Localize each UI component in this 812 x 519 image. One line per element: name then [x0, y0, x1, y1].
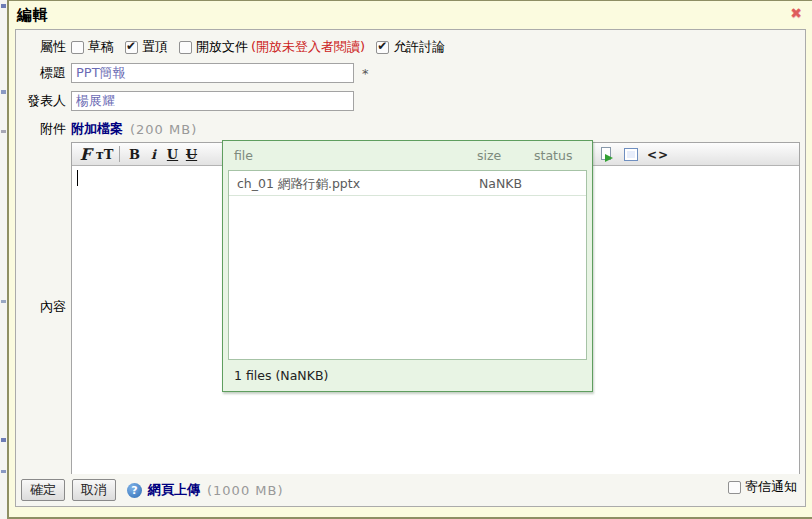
pin-top-label: 置頂	[142, 38, 168, 56]
upload-panel: file size status ch_01 網路行銷.pptx NaNKB 1…	[222, 140, 593, 392]
public-document-checkbox[interactable]	[179, 41, 192, 54]
strikethrough-icon[interactable]: U	[182, 145, 201, 164]
font-size-icon[interactable]: тT	[95, 145, 114, 164]
public-document-note: (開放未登入者閱讀)	[251, 38, 365, 56]
paste-arrow-shape	[605, 154, 613, 162]
column-header-size: size	[477, 148, 501, 163]
italic-icon[interactable]: i	[144, 145, 163, 164]
text-caret	[77, 170, 78, 186]
help-icon[interactable]: ?	[127, 483, 142, 498]
attach-size-limit: (200 MB)	[130, 122, 197, 137]
attributes-row: 屬性 草稿 置頂 開放文件 (開放未登入者閱讀)	[16, 36, 756, 58]
attributes-checkboxes: 草稿 置頂 開放文件 (開放未登入者閱讀) 允許討論	[71, 38, 456, 56]
web-upload-link[interactable]: 網頁上傳	[148, 481, 200, 499]
bold-icon[interactable]: B	[125, 145, 144, 164]
attachment-label: 附件	[16, 120, 66, 138]
mail-notify-checkbox[interactable]	[728, 481, 741, 494]
draft-label: 草稿	[88, 38, 114, 56]
title-row: 標題 *	[16, 62, 369, 84]
attach-file-link[interactable]: 附加檔案	[71, 120, 123, 138]
close-icon[interactable]: ✖	[790, 5, 802, 21]
allow-discussion-checkbox[interactable]	[376, 41, 389, 54]
page-fragment	[1, 470, 6, 473]
column-header-file: file	[234, 148, 253, 163]
checkbox-draft[interactable]: 草稿	[71, 38, 114, 56]
paste-html-icon[interactable]	[599, 147, 615, 163]
attachment-row: 附件 附加檔案 (200 MB)	[16, 118, 197, 140]
underline-icon[interactable]: U	[163, 145, 182, 164]
source-code-icon[interactable]: <>	[647, 148, 669, 162]
upload-file-list: ch_01 網路行銷.pptx NaNKB	[228, 170, 587, 360]
checkbox-allow-discussion[interactable]: 允許討論	[376, 38, 445, 56]
required-marker: *	[362, 66, 369, 81]
page-behind-dialog	[0, 0, 7, 519]
upload-file-row[interactable]: ch_01 網路行銷.pptx NaNKB	[229, 171, 586, 196]
screen: 編輯 ✖ 屬性 草稿 置頂 開放文件	[0, 0, 812, 519]
upload-summary: 1 files (NaNKB)	[234, 368, 328, 383]
content-label: 內容	[16, 298, 66, 316]
attributes-label: 屬性	[16, 38, 66, 56]
page-fragment	[1, 438, 6, 442]
page-fragment	[1, 4, 6, 8]
mail-notify-group: 寄信通知	[728, 478, 797, 496]
toolbar-divider	[119, 146, 120, 162]
file-name-cell: ch_01 網路行銷.pptx	[237, 176, 360, 193]
allow-discussion-label: 允許討論	[393, 38, 445, 56]
title-label: 標題	[16, 64, 66, 82]
cancel-button[interactable]: 取消	[72, 479, 116, 501]
upload-panel-header: file size status	[223, 141, 592, 170]
pin-top-checkbox[interactable]	[125, 41, 138, 54]
toolbar-right-group: <>	[599, 143, 669, 166]
file-size-cell: NaNKB	[479, 176, 522, 191]
dialog-footer: 確定 取消 ? 網頁上傳 (1000 MB) 寄信通知	[16, 478, 805, 502]
font-family-icon[interactable]: F	[76, 145, 95, 164]
author-row: 發表人	[16, 90, 354, 112]
page-fragment	[1, 130, 6, 133]
checkbox-pin-top[interactable]: 置頂	[125, 38, 168, 56]
column-header-status: status	[534, 148, 572, 163]
draft-checkbox[interactable]	[71, 41, 84, 54]
dialog-title: 編輯	[17, 6, 49, 25]
preview-icon[interactable]	[624, 148, 638, 161]
checkbox-public-document[interactable]: 開放文件	[179, 38, 248, 56]
public-document-label: 開放文件	[196, 38, 248, 56]
author-label: 發表人	[16, 92, 66, 110]
page-fragment	[1, 300, 6, 303]
web-upload-limit: (1000 MB)	[207, 483, 284, 498]
page-fragment	[1, 90, 6, 94]
mail-notify-label: 寄信通知	[745, 478, 797, 496]
author-input[interactable]	[71, 91, 354, 111]
title-input[interactable]	[71, 63, 354, 83]
checkbox-mail-notify[interactable]: 寄信通知	[728, 478, 797, 496]
ok-button[interactable]: 確定	[21, 479, 65, 501]
